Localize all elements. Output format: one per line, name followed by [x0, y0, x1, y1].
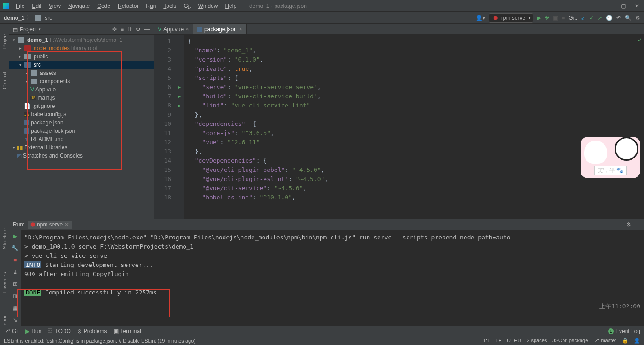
tool-npm[interactable]: npm: [2, 316, 7, 325]
history-icon[interactable]: 🕘: [606, 15, 613, 21]
panel-title[interactable]: Project: [20, 26, 37, 33]
line-ending[interactable]: LF: [495, 338, 501, 344]
tab-appvue[interactable]: VApp.vue✕: [154, 24, 193, 34]
menu-edit[interactable]: Edit: [28, 3, 45, 9]
maximize-button[interactable]: ▢: [616, 0, 630, 12]
minimize-button[interactable]: —: [603, 0, 616, 12]
menu-refactor[interactable]: Refactor: [114, 3, 142, 9]
coverage-button[interactable]: ▣: [553, 15, 558, 21]
lock-icon[interactable]: 🔒: [622, 338, 628, 344]
tab-packagejson[interactable]: package.json✕: [193, 24, 247, 34]
panel-settings-icon[interactable]: ⚙: [626, 221, 631, 228]
filetype[interactable]: JSON: package: [552, 338, 588, 344]
return-icon[interactable]: ↘: [13, 317, 17, 323]
expand-icon[interactable]: ≡: [121, 26, 124, 33]
tool-commit[interactable]: Commit: [2, 72, 7, 89]
run-gutter-icon[interactable]: ▶: [175, 101, 184, 110]
run-output-tab[interactable]: ⬢ npm serve ✕: [28, 221, 72, 229]
close-tab-icon[interactable]: ✕: [239, 27, 242, 32]
run-button[interactable]: ▶: [537, 15, 541, 21]
tool-run[interactable]: ▶Run: [25, 328, 41, 334]
tree-gitignore[interactable]: .gitignore: [32, 103, 55, 109]
breadcrumb-folder[interactable]: src: [45, 15, 52, 21]
down-icon[interactable]: ⤓: [13, 269, 17, 275]
tool-todo[interactable]: ☲TODO: [48, 328, 70, 334]
module-icon: [18, 37, 24, 43]
tree-external[interactable]: External Libraries: [24, 144, 67, 151]
tool-terminal[interactable]: ▣Terminal: [114, 328, 141, 334]
indent[interactable]: 2 spaces: [527, 338, 547, 344]
sticker-overlay: 芙'，半 🐾: [581, 137, 640, 178]
hide-icon[interactable]: —: [635, 221, 640, 228]
hide-icon[interactable]: —: [144, 26, 150, 33]
presentation-icon[interactable]: 👤: [634, 338, 640, 344]
run-gutter-icon[interactable]: ▶: [175, 92, 184, 101]
menu-file[interactable]: File: [12, 3, 28, 9]
rollback-icon[interactable]: ↶: [616, 15, 621, 21]
code-text[interactable]: { "name": "demo_1", "version": "0.1.0", …: [184, 35, 644, 219]
tree-public[interactable]: public: [34, 53, 48, 60]
tree-pkglock[interactable]: package-lock.json: [31, 128, 75, 134]
close-tab-icon[interactable]: ✕: [64, 221, 69, 228]
console-output[interactable]: "D:\Program Files\nodejs\node.exe" "D:\P…: [21, 230, 644, 326]
todo-icon: ☲: [48, 328, 53, 334]
run-configuration-select[interactable]: ⬢ npm serve: [489, 13, 533, 23]
layout-icon[interactable]: ⊞: [13, 281, 17, 287]
run-gutter-icon[interactable]: ▶: [175, 83, 184, 92]
vcs-commit-icon[interactable]: ✓: [589, 15, 594, 21]
tool-favorites[interactable]: Favorites: [2, 272, 7, 293]
console-line: 98% after emitting CopyPlugin: [24, 270, 640, 279]
menu-view[interactable]: View: [45, 3, 64, 9]
menu-run[interactable]: Run: [142, 3, 160, 9]
project-tree[interactable]: demo_1 F:\WebstormProjects\demo_1 node_m…: [9, 35, 154, 161]
menu-tools[interactable]: Tools: [160, 3, 180, 9]
locate-icon[interactable]: ✜: [112, 26, 117, 33]
tree-pkg[interactable]: package.json: [31, 119, 63, 126]
encoding[interactable]: UTF-8: [507, 338, 521, 344]
stop-button[interactable]: ■: [13, 257, 17, 263]
collapse-icon[interactable]: ⇈: [127, 26, 132, 33]
close-tab-icon[interactable]: ✕: [185, 27, 189, 32]
close-button[interactable]: ✕: [630, 0, 644, 12]
tool-event-log[interactable]: 1Event Log: [608, 328, 640, 334]
vcs-update-icon[interactable]: ↙: [581, 15, 586, 21]
menu-help[interactable]: Help: [221, 3, 240, 9]
tree-components[interactable]: components: [40, 78, 70, 85]
panel-select-icon[interactable]: ▤: [13, 26, 18, 33]
trash-icon[interactable]: 🗑: [12, 293, 18, 299]
caret-pos[interactable]: 1:1: [483, 338, 490, 344]
tool-project[interactable]: Project: [2, 33, 7, 49]
search-icon[interactable]: 🔍: [625, 15, 632, 21]
menu-navigate[interactable]: Navigate: [64, 3, 93, 9]
wrench-icon[interactable]: 🔧: [12, 245, 18, 251]
inspection-ok-icon[interactable]: ✓: [638, 37, 642, 43]
tool-structure[interactable]: Structure: [2, 228, 7, 249]
print-icon[interactable]: ▦: [12, 305, 17, 311]
git-branch[interactable]: ⎇ master: [593, 338, 616, 344]
tool-git[interactable]: ⎇Git: [4, 328, 19, 334]
menu-window[interactable]: Window: [195, 3, 222, 9]
tree-src[interactable]: src: [34, 62, 41, 68]
tree-babel[interactable]: babel.config.js: [31, 111, 67, 118]
menu-code[interactable]: Code: [93, 3, 114, 9]
debug-button[interactable]: ❋: [545, 15, 549, 21]
stop-button[interactable]: ■: [562, 15, 565, 21]
add-user-icon[interactable]: 👤▾: [476, 15, 485, 21]
menu-git[interactable]: Git: [180, 3, 194, 9]
tree-appvue[interactable]: App.vue: [35, 86, 56, 93]
status-message[interactable]: ESLint is enabled: 'eslintConfig' is in …: [4, 338, 196, 344]
tree-scratches[interactable]: Scratches and Consoles: [23, 153, 83, 159]
tree-node-modules[interactable]: node_modules: [34, 45, 70, 51]
breadcrumb-project[interactable]: demo_1: [4, 15, 24, 21]
tree-mainjs[interactable]: main.js: [38, 95, 55, 101]
left-tool-strip-lower: Structure Favorites npm: [0, 219, 9, 326]
tree-readme[interactable]: README.md: [31, 136, 63, 142]
tree-assets[interactable]: assets: [40, 70, 56, 76]
tree-root[interactable]: demo_1: [27, 37, 48, 43]
vcs-push-icon[interactable]: ↗: [598, 15, 602, 21]
settings-icon[interactable]: ⚙: [635, 15, 640, 21]
line-number-gutter: 123456789101112131415161718: [154, 35, 175, 219]
panel-settings-icon[interactable]: ⚙: [136, 26, 141, 33]
rerun-button[interactable]: ▶: [13, 233, 17, 239]
tool-problems[interactable]: ⊘Problems: [77, 328, 107, 334]
